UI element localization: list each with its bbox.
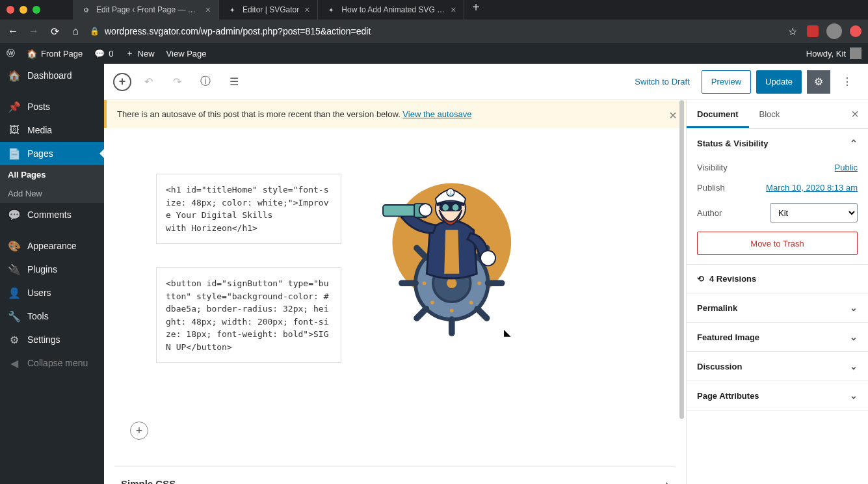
html-block-button[interactable]: <button id="signButton" type="button" st… (156, 267, 341, 363)
chevron-down-icon: ⌄ (850, 361, 858, 371)
close-window-icon[interactable] (7, 6, 14, 14)
back-button[interactable]: ← (7, 25, 20, 37)
svg-text:⚓: ⚓ (448, 190, 454, 196)
svg-point-30 (453, 204, 459, 211)
menu-tools[interactable]: 🔧Tools (0, 304, 104, 328)
bookmark-star-icon[interactable]: ☆ (786, 25, 799, 38)
update-button[interactable]: Update (756, 70, 802, 94)
collapse-up-icon[interactable]: ▴ (664, 479, 669, 485)
menu-media[interactable]: 🖼Media (0, 118, 104, 142)
extension-icon[interactable] (850, 25, 861, 37)
submenu-all-pages[interactable]: All Pages (0, 165, 104, 184)
add-block-button[interactable]: + (113, 73, 131, 91)
pages-icon: 📄 (8, 147, 21, 160)
tools-icon: 🔧 (8, 310, 21, 323)
undo-button[interactable]: ↶ (137, 70, 160, 94)
chevron-down-icon: ⌄ (850, 390, 858, 401)
menu-plugins[interactable]: 🔌Plugins (0, 258, 104, 281)
home-button[interactable]: ⌂ (69, 25, 82, 37)
visibility-value-link[interactable]: Public (835, 163, 858, 172)
close-panel-button[interactable]: × (842, 107, 868, 122)
user-avatar-icon (850, 47, 861, 59)
svg-point-3 (447, 278, 456, 288)
minimize-window-icon[interactable] (20, 6, 27, 14)
menu-posts[interactable]: 📌Posts (0, 95, 104, 118)
section-header[interactable]: Status & Visibility ⌃ (687, 129, 868, 157)
new-content-link[interactable]: ＋ New (125, 47, 155, 59)
howdy-user[interactable]: Howdy, Kit (806, 47, 861, 59)
html-block-title[interactable]: <h1 id="titleHome" style="font-size: 48p… (156, 174, 341, 244)
maximize-window-icon[interactable] (33, 6, 40, 14)
svg-line-10 (417, 309, 426, 318)
section-page-attributes[interactable]: Page Attributes ⌄ (687, 381, 868, 410)
menu-settings[interactable]: ⚙Settings (0, 328, 104, 351)
outline-button[interactable]: ☰ (222, 70, 246, 94)
add-block-inline-button[interactable]: + (130, 422, 148, 440)
forward-button[interactable]: → (27, 25, 40, 37)
site-link[interactable]: 🏠 Front Page (27, 49, 83, 59)
close-tab-icon[interactable]: × (205, 5, 211, 15)
chevron-down-icon: ⌄ (850, 332, 858, 342)
browser-tabs: ⚙ Edit Page ‹ Front Page — WordP × ✦ Edi… (73, 0, 488, 20)
appearance-icon: 🎨 (8, 239, 21, 252)
editor-toolbar: + ↶ ↷ ⓘ ☰ Switch to Draft Preview Update… (104, 64, 868, 100)
svg-point-19 (469, 301, 473, 304)
section-discussion[interactable]: Discussion ⌄ (687, 352, 868, 381)
wp-logo-icon[interactable]: ⓦ (7, 47, 15, 59)
tab-document[interactable]: Document (687, 100, 749, 128)
howdy-text: Howdy, Kit (806, 49, 846, 59)
info-button[interactable]: ⓘ (194, 70, 217, 94)
section-featured-image[interactable]: Featured Image ⌄ (687, 323, 868, 351)
publish-label: Publish (697, 183, 725, 193)
menu-pages[interactable]: 📄Pages (0, 142, 104, 165)
tab-block[interactable]: Block (749, 100, 791, 128)
address-bar[interactable]: 🔒 wordpress.svgator.com/wp-admin/post.ph… (90, 26, 778, 36)
menu-collapse[interactable]: ◀Collapse menu (0, 351, 104, 375)
revisions-link[interactable]: ⟲4 Revisions (687, 265, 868, 293)
view-page-link[interactable]: View Page (166, 49, 207, 59)
menu-label: Collapse menu (27, 358, 88, 368)
redo-button[interactable]: ↷ (165, 70, 189, 94)
submenu-add-new[interactable]: Add New (0, 184, 104, 203)
settings-gear-button[interactable]: ⚙ (807, 70, 830, 94)
preview-button[interactable]: Preview (702, 70, 751, 94)
browser-tab-svgator[interactable]: ✦ Editor | SVGator × (219, 0, 318, 20)
more-options-button[interactable]: ⋮ (835, 70, 859, 94)
new-tab-button[interactable]: + (464, 0, 488, 20)
notice-text: There is an autosave of this post that i… (117, 109, 402, 119)
wp-admin-bar: ⓦ 🏠 Front Page 💬 0 ＋ New View Page Howdy… (0, 43, 868, 64)
browser-tab-wordpress[interactable]: ⚙ Edit Page ‹ Front Page — WordP × (73, 0, 219, 20)
scrollbar-thumb[interactable] (679, 100, 684, 419)
comments-link[interactable]: 💬 0 (94, 49, 113, 59)
menu-label: Settings (27, 334, 60, 345)
simple-css-panel[interactable]: Simple CSS ▴ (114, 466, 676, 484)
dismiss-notice-button[interactable]: × (669, 108, 677, 123)
view-autosave-link[interactable]: View the autosave (402, 109, 471, 119)
close-tab-icon[interactable]: × (304, 5, 309, 15)
svg-point-21 (480, 250, 495, 265)
browser-tab-howto[interactable]: ✦ How to Add Animated SVG to W × (318, 0, 464, 20)
menu-appearance[interactable]: 🎨Appearance (0, 234, 104, 258)
tab-title: Edit Page ‹ Front Page — WordP (96, 5, 200, 14)
menu-label: Dashboard (27, 70, 72, 81)
switch-to-draft-link[interactable]: Switch to Draft (628, 77, 696, 87)
section-title: Page Attributes (697, 391, 759, 401)
menu-dashboard[interactable]: 🏠Dashboard (0, 64, 104, 87)
close-tab-icon[interactable]: × (451, 5, 456, 15)
editor-canvas[interactable]: <h1 id="titleHome" style="font-size: 48p… (104, 128, 686, 389)
captain-illustration[interactable]: ⚓ (374, 174, 523, 336)
section-permalink[interactable]: Permalink ⌄ (687, 293, 868, 322)
wordpress-favicon-icon: ⚙ (81, 5, 91, 15)
menu-users[interactable]: 👤Users (0, 281, 104, 304)
svg-rect-22 (383, 205, 417, 216)
profile-avatar-icon[interactable] (826, 23, 842, 39)
extension-icon[interactable] (807, 25, 819, 37)
editor-canvas-scroll[interactable]: There is an autosave of this post that i… (104, 100, 686, 484)
window-controls (7, 6, 40, 14)
publish-date-link[interactable]: March 10, 2020 8:13 am (766, 183, 858, 193)
menu-comments[interactable]: 💬Comments (0, 203, 104, 226)
reload-button[interactable]: ⟳ (48, 25, 61, 38)
browser-tab-strip: ⚙ Edit Page ‹ Front Page — WordP × ✦ Edi… (0, 0, 868, 20)
move-to-trash-button[interactable]: Move to Trash (697, 232, 858, 255)
author-select[interactable]: Kit (770, 203, 858, 222)
